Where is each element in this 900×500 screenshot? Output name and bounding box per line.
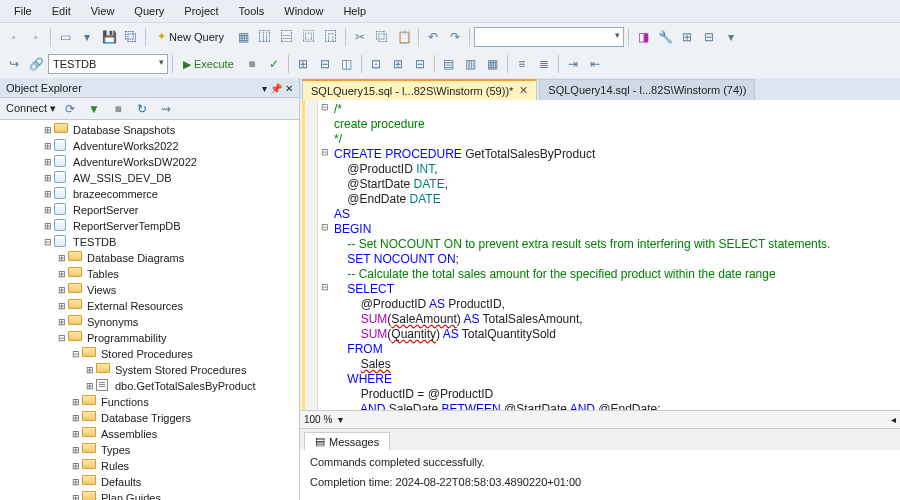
menu-view[interactable]: View — [81, 3, 125, 19]
expand-icon[interactable]: ⊞ — [56, 317, 68, 327]
expand-icon[interactable]: ⊟ — [70, 349, 82, 359]
tree-node[interactable]: ⊞Tables — [0, 266, 299, 282]
tree-node[interactable]: ⊞Functions — [0, 394, 299, 410]
tree-node[interactable]: ⊞dbo.GetTotalSalesByProduct — [0, 378, 299, 394]
tb-icon-5[interactable]: ⿵ — [321, 27, 341, 47]
oe-filter-icon[interactable]: ▼ — [84, 99, 104, 119]
undo-icon[interactable]: ↶ — [423, 27, 443, 47]
q3-icon[interactable]: ⊟ — [410, 54, 430, 74]
stop-icon[interactable]: ■ — [242, 54, 262, 74]
expand-icon[interactable]: ⊞ — [56, 269, 68, 279]
tree-node[interactable]: ⊞Plan Guides — [0, 490, 299, 500]
t1-icon[interactable]: ⇥ — [563, 54, 583, 74]
saveall-icon[interactable]: ⿻ — [121, 27, 141, 47]
expand-icon[interactable]: ⊞ — [42, 189, 54, 199]
parse-icon[interactable]: ✓ — [264, 54, 284, 74]
fold-icon[interactable]: ⊟ — [320, 147, 330, 158]
menu-query[interactable]: Query — [124, 3, 174, 19]
open-icon[interactable]: ▾ — [77, 27, 97, 47]
tree-node[interactable]: ⊞brazeecommerce — [0, 186, 299, 202]
execute-button[interactable]: ▶ Execute — [177, 54, 240, 74]
expand-icon[interactable]: ⊞ — [42, 221, 54, 231]
cut-icon[interactable]: ✂ — [350, 27, 370, 47]
fold-icon[interactable]: ⊟ — [320, 222, 330, 233]
expand-icon[interactable]: ⊞ — [42, 173, 54, 183]
menu-tools[interactable]: Tools — [229, 3, 275, 19]
tb-right-5[interactable]: ▾ — [721, 27, 741, 47]
expand-icon[interactable]: ⊞ — [42, 157, 54, 167]
connect-button[interactable]: Connect ▾ — [6, 102, 56, 115]
tree-node[interactable]: ⊞Synonyms — [0, 314, 299, 330]
t2-icon[interactable]: ⇤ — [585, 54, 605, 74]
redo-icon[interactable]: ↷ — [445, 27, 465, 47]
expand-icon[interactable]: ⊞ — [70, 445, 82, 455]
object-explorer-tree[interactable]: ⊞Database Snapshots⊞AdventureWorks2022⊞A… — [0, 120, 299, 500]
tree-node[interactable]: ⊞Assemblies — [0, 426, 299, 442]
r2-icon[interactable]: ▥ — [461, 54, 481, 74]
expand-icon[interactable]: ⊞ — [84, 365, 96, 375]
save-icon[interactable]: 💾 — [99, 27, 119, 47]
tb-right-1[interactable]: ◨ — [633, 27, 653, 47]
new-query-button[interactable]: ✦ New Query — [150, 27, 231, 47]
tree-node[interactable]: ⊟Stored Procedures — [0, 346, 299, 362]
change-conn-icon[interactable]: 🔗 — [26, 54, 46, 74]
copy-icon[interactable]: ⿻ — [372, 27, 392, 47]
zoom-dropdown-icon[interactable]: ▾ — [338, 414, 343, 425]
s2-icon[interactable]: ≣ — [534, 54, 554, 74]
tree-node[interactable]: ⊞External Resources — [0, 298, 299, 314]
expand-icon[interactable]: ⊞ — [42, 141, 54, 151]
paste-icon[interactable]: 📋 — [394, 27, 414, 47]
q1-icon[interactable]: ⊡ — [366, 54, 386, 74]
expand-icon[interactable]: ⊞ — [56, 301, 68, 311]
tree-node[interactable]: ⊞Types — [0, 442, 299, 458]
expand-icon[interactable]: ⊞ — [84, 381, 96, 391]
tree-node[interactable]: ⊞AdventureWorksDW2022 — [0, 154, 299, 170]
new-icon[interactable]: ▭ — [55, 27, 75, 47]
tree-node[interactable]: ⊞Database Triggers — [0, 410, 299, 426]
tree-node[interactable]: ⊞AW_SSIS_DEV_DB — [0, 170, 299, 186]
expand-icon[interactable]: ⊞ — [56, 253, 68, 263]
use-db-icon[interactable]: ↪ — [4, 54, 24, 74]
tb-right-3[interactable]: ⊞ — [677, 27, 697, 47]
expand-icon[interactable]: ⊞ — [42, 125, 54, 135]
tree-node[interactable]: ⊞Database Diagrams — [0, 250, 299, 266]
tb-right-4[interactable]: ⊟ — [699, 27, 719, 47]
expand-icon[interactable]: ⊞ — [70, 493, 82, 500]
search-combo[interactable] — [474, 27, 624, 47]
s1-icon[interactable]: ≡ — [512, 54, 532, 74]
zoom-level[interactable]: 100 % — [304, 414, 332, 425]
stats-icon[interactable]: ◫ — [337, 54, 357, 74]
tb-icon-3[interactable]: ⿳ — [277, 27, 297, 47]
oe-sync-icon[interactable]: ↻ — [132, 99, 152, 119]
tree-node[interactable]: ⊞Defaults — [0, 474, 299, 490]
expand-icon[interactable]: ⊞ — [70, 413, 82, 423]
r3-icon[interactable]: ▦ — [483, 54, 503, 74]
menu-file[interactable]: File — [4, 3, 42, 19]
oe-refresh-icon[interactable]: ⟳ — [60, 99, 80, 119]
tree-node[interactable]: ⊞ReportServer — [0, 202, 299, 218]
oe-activity-icon[interactable]: ⇝ — [156, 99, 176, 119]
expand-icon[interactable]: ⊟ — [42, 237, 54, 247]
expand-icon[interactable]: ⊞ — [70, 397, 82, 407]
tree-node[interactable]: ⊞Views — [0, 282, 299, 298]
fold-icon[interactable]: ⊟ — [320, 282, 330, 293]
tab-inactive[interactable]: SQLQuery14.sql - l...82S\Winstorm (74)) — [539, 79, 755, 100]
q2-icon[interactable]: ⊞ — [388, 54, 408, 74]
scroll-left-icon[interactable]: ◂ — [891, 414, 896, 425]
expand-icon[interactable]: ⊞ — [56, 285, 68, 295]
expand-icon[interactable]: ⊟ — [56, 333, 68, 343]
pin-icon[interactable]: ▾ 📌 ✕ — [262, 83, 293, 94]
tb-icon-4[interactable]: ⿴ — [299, 27, 319, 47]
tb-right-2[interactable]: 🔧 — [655, 27, 675, 47]
tb-icon-2[interactable]: ⿲ — [255, 27, 275, 47]
oe-stop-icon[interactable]: ■ — [108, 99, 128, 119]
fold-icon[interactable]: ⊟ — [320, 102, 330, 113]
plan-icon[interactable]: ⊞ — [293, 54, 313, 74]
tree-node[interactable]: ⊞Database Snapshots — [0, 122, 299, 138]
tab-active[interactable]: SQLQuery15.sql - l...82S\Winstorm (59))*… — [302, 79, 537, 100]
menu-edit[interactable]: Edit — [42, 3, 81, 19]
plan2-icon[interactable]: ⊟ — [315, 54, 335, 74]
r1-icon[interactable]: ▤ — [439, 54, 459, 74]
code-editor[interactable]: ⊟/*create procedure*/⊟CREATE PROCEDURE G… — [300, 100, 900, 410]
nav-fwd[interactable]: ◦ — [26, 27, 46, 47]
